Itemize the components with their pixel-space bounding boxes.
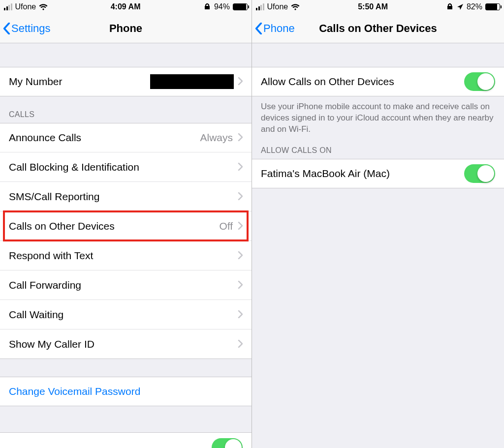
chevron-right-icon: [238, 132, 243, 144]
chevron-right-icon: [238, 279, 243, 291]
row-allow-calls: Allow Calls on Other Devices: [252, 67, 504, 96]
row-call-forwarding[interactable]: Call Forwarding: [0, 270, 252, 300]
row-device: Fatima's MacBook Air (Mac): [252, 159, 504, 188]
orientation-lock-icon: 🔒︎: [203, 2, 211, 11]
row-label: Calls on Other Devices: [9, 220, 219, 232]
signal-icon: [4, 3, 12, 10]
chevron-right-icon: [238, 161, 243, 173]
status-bar: Ufone 5:50 AM 🔒︎ 82%: [252, 0, 504, 14]
section-header-calls: CALLS: [0, 96, 252, 123]
row-label: Call Waiting: [9, 309, 238, 321]
chevron-right-icon: [238, 250, 243, 262]
row-label: Announce Calls: [9, 132, 200, 144]
row-call-blocking[interactable]: Call Blocking & Identification: [0, 152, 252, 182]
screen-calls-other-devices: Ufone 5:50 AM 🔒︎ 82% Phone Calls on Othe…: [252, 0, 504, 448]
row-change-voicemail[interactable]: Change Voicemail Password: [0, 377, 252, 406]
redacted-number: [150, 74, 234, 89]
battery-pct: 82%: [467, 2, 482, 11]
chevron-right-icon: [238, 338, 243, 350]
back-label: Phone: [263, 22, 295, 35]
back-button[interactable]: Phone: [252, 22, 295, 35]
row-label: Change Voicemail Password: [9, 386, 243, 397]
partial-row: [0, 432, 252, 448]
allow-calls-toggle[interactable]: [464, 72, 495, 91]
back-label: Settings: [11, 22, 51, 35]
section-header-allow-on: ALLOW CALLS ON: [252, 137, 504, 159]
battery-icon: [233, 3, 248, 10]
row-label: Call Blocking & Identification: [9, 161, 238, 173]
row-label: Fatima's MacBook Air (Mac): [261, 168, 464, 179]
row-caller-id[interactable]: Show My Caller ID: [0, 329, 252, 359]
row-label: Respond with Text: [9, 250, 238, 262]
chevron-right-icon: [238, 76, 243, 88]
row-call-waiting[interactable]: Call Waiting: [0, 300, 252, 329]
location-icon: [457, 3, 464, 10]
nav-bar: Settings Phone: [0, 14, 252, 43]
row-sms-reporting[interactable]: SMS/Call Reporting: [0, 182, 252, 211]
carrier-label: Ufone: [15, 2, 36, 11]
signal-icon: [256, 3, 264, 10]
status-bar: Ufone 4:09 AM 🔒︎ 94%: [0, 0, 252, 14]
toggle-switch[interactable]: [212, 438, 243, 448]
device-toggle[interactable]: [464, 164, 495, 183]
row-calls-other-devices[interactable]: Calls on Other Devices Off: [0, 211, 252, 241]
row-value: Always: [200, 132, 233, 144]
row-label: Show My Caller ID: [9, 338, 238, 350]
row-label: Allow Calls on Other Devices: [261, 76, 464, 88]
row-label: SMS/Call Reporting: [9, 191, 238, 203]
status-time: 5:50 AM: [358, 2, 388, 11]
wifi-icon: [39, 4, 48, 10]
row-label: My Number: [9, 76, 150, 88]
row-value: Off: [219, 220, 233, 232]
row-label: Call Forwarding: [9, 279, 238, 291]
row-respond-text[interactable]: Respond with Text: [0, 241, 252, 270]
chevron-right-icon: [238, 220, 243, 232]
back-button[interactable]: Settings: [0, 22, 51, 35]
nav-bar: Phone Calls on Other Devices: [252, 14, 504, 43]
row-announce-calls[interactable]: Announce Calls Always: [0, 123, 252, 152]
screen-phone-settings: Ufone 4:09 AM 🔒︎ 94% Settings Phone My N…: [0, 0, 252, 448]
orientation-lock-icon: 🔒︎: [446, 2, 454, 11]
carrier-label: Ufone: [267, 2, 288, 11]
chevron-right-icon: [238, 191, 243, 203]
battery-pct: 94%: [214, 2, 230, 11]
chevron-right-icon: [238, 309, 243, 321]
wifi-icon: [291, 4, 300, 10]
section-footer: Use your iPhone mobile account to make a…: [252, 96, 504, 137]
row-my-number[interactable]: My Number: [0, 67, 252, 96]
battery-icon: [485, 3, 500, 10]
status-time: 4:09 AM: [111, 2, 141, 11]
